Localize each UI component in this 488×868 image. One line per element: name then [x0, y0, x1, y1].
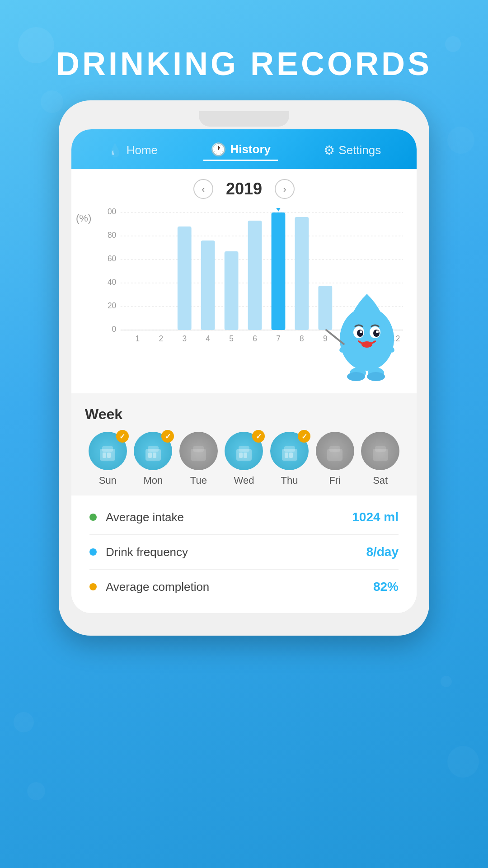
- app-inner: 💧 Home 🕐 History ⚙ Settings ‹ 2019 › (: [71, 129, 417, 613]
- stat-row-avg-completion: Average completion 82%: [89, 570, 399, 604]
- svg-text:60: 60: [108, 254, 116, 263]
- settings-icon: ⚙: [324, 143, 335, 158]
- svg-text:♥: ♥: [276, 208, 281, 213]
- svg-text:0: 0: [112, 325, 117, 334]
- nav-history[interactable]: 🕐 History: [203, 139, 278, 161]
- svg-rect-59: [148, 453, 152, 458]
- svg-text:1: 1: [136, 334, 140, 343]
- day-label-mon: Mon: [143, 475, 163, 486]
- check-badge-thu: ✓: [298, 430, 310, 443]
- svg-text:4: 4: [206, 334, 210, 343]
- water-mascot: [322, 289, 412, 380]
- check-badge-wed: ✓: [252, 430, 265, 443]
- svg-rect-62: [193, 446, 204, 452]
- check-badge-sun: ✓: [116, 430, 129, 443]
- svg-rect-58: [148, 446, 159, 452]
- day-item-sun: ✓ Sun: [89, 432, 127, 486]
- svg-text:8: 8: [300, 334, 304, 343]
- stat-label-drink-freq: Drink frequency: [106, 545, 366, 559]
- stat-label-avg-completion: Average completion: [106, 580, 373, 594]
- chart-container: (%) 100 80 60 40 20 0: [71, 203, 417, 393]
- week-section: Week ✓ Sun: [71, 393, 417, 495]
- day-icon-fri: [316, 432, 354, 470]
- stat-dot-avg-completion: [89, 583, 97, 590]
- day-item-sat: Sat: [361, 432, 399, 486]
- nav-bar: 💧 Home 🕐 History ⚙ Settings: [71, 129, 417, 169]
- svg-rect-15: [178, 226, 192, 330]
- svg-rect-69: [285, 453, 288, 458]
- svg-point-43: [360, 330, 362, 333]
- stat-row-avg-intake: Average intake 1024 ml: [89, 500, 399, 535]
- svg-rect-65: [239, 453, 243, 458]
- svg-rect-64: [239, 446, 249, 452]
- svg-text:80: 80: [108, 231, 116, 240]
- svg-text:6: 6: [253, 334, 257, 343]
- week-days: ✓ Sun ✓ Mon: [85, 432, 403, 486]
- year-selector: ‹ 2019 ›: [71, 169, 417, 203]
- svg-text:7: 7: [276, 334, 281, 343]
- svg-rect-70: [289, 453, 293, 458]
- day-icon-tue: [179, 432, 218, 470]
- day-item-thu: ✓ Thu: [270, 432, 309, 486]
- svg-text:40: 40: [108, 278, 116, 287]
- history-icon: 🕐: [211, 142, 226, 157]
- day-label-thu: Thu: [281, 475, 298, 486]
- svg-rect-54: [102, 446, 113, 452]
- home-icon: 💧: [107, 143, 123, 158]
- svg-point-52: [367, 372, 385, 381]
- svg-point-41: [357, 330, 363, 337]
- stat-row-drink-freq: Drink frequency 8/day: [89, 535, 399, 570]
- phone-frame: 💧 Home 🕐 History ⚙ Settings ‹ 2019 › (: [59, 100, 429, 636]
- stat-value-drink-freq: 8/day: [366, 545, 399, 559]
- svg-rect-17: [225, 251, 239, 330]
- svg-text:20: 20: [108, 301, 116, 310]
- day-item-fri: Fri: [316, 432, 354, 486]
- svg-point-51: [347, 372, 365, 381]
- svg-rect-55: [103, 453, 106, 458]
- stat-dot-drink-freq: [89, 548, 97, 556]
- day-item-mon: ✓ Mon: [134, 432, 172, 486]
- phone-notch: [199, 111, 289, 127]
- day-item-tue: Tue: [179, 432, 218, 486]
- year-display: 2019: [226, 179, 262, 198]
- day-icon-sat: [361, 432, 399, 470]
- svg-rect-56: [107, 453, 111, 458]
- nav-history-label: History: [230, 142, 271, 156]
- chart-y-label: (%): [76, 212, 91, 224]
- nav-settings-label: Settings: [338, 143, 381, 157]
- nav-home-label: Home: [127, 143, 158, 157]
- nav-home[interactable]: 💧 Home: [100, 140, 165, 160]
- day-label-sun: Sun: [99, 475, 117, 486]
- prev-year-button[interactable]: ‹: [193, 179, 213, 199]
- svg-rect-72: [329, 446, 340, 452]
- svg-rect-21: [295, 217, 309, 330]
- svg-text:100: 100: [108, 208, 116, 216]
- stat-value-avg-intake: 1024 ml: [352, 510, 399, 524]
- svg-text:3: 3: [182, 334, 187, 343]
- svg-rect-68: [284, 446, 295, 452]
- day-item-wed: ✓ Wed: [225, 432, 263, 486]
- svg-rect-66: [244, 453, 247, 458]
- week-title: Week: [85, 406, 403, 423]
- day-label-fri: Fri: [329, 475, 341, 486]
- svg-point-42: [373, 330, 380, 337]
- svg-rect-19: [272, 212, 286, 330]
- stat-value-avg-completion: 82%: [373, 580, 399, 594]
- page-title: DRINKING RECORDS: [56, 45, 432, 82]
- stat-dot-avg-intake: [89, 514, 97, 521]
- check-badge-mon: ✓: [161, 430, 174, 443]
- svg-text:5: 5: [229, 334, 234, 343]
- content-area: ‹ 2019 › (%) 100 80 60: [71, 169, 417, 613]
- svg-rect-60: [153, 453, 156, 458]
- svg-text:2: 2: [159, 334, 163, 343]
- svg-rect-16: [201, 241, 215, 330]
- day-label-wed: Wed: [234, 475, 254, 486]
- svg-point-45: [361, 341, 372, 348]
- svg-rect-74: [375, 446, 386, 452]
- day-label-sat: Sat: [373, 475, 388, 486]
- svg-point-44: [376, 330, 379, 333]
- nav-settings[interactable]: ⚙ Settings: [316, 140, 388, 160]
- stats-section: Average intake 1024 ml Drink frequency 8…: [71, 495, 417, 613]
- stat-label-avg-intake: Average intake: [106, 510, 352, 524]
- next-year-button[interactable]: ›: [275, 179, 295, 199]
